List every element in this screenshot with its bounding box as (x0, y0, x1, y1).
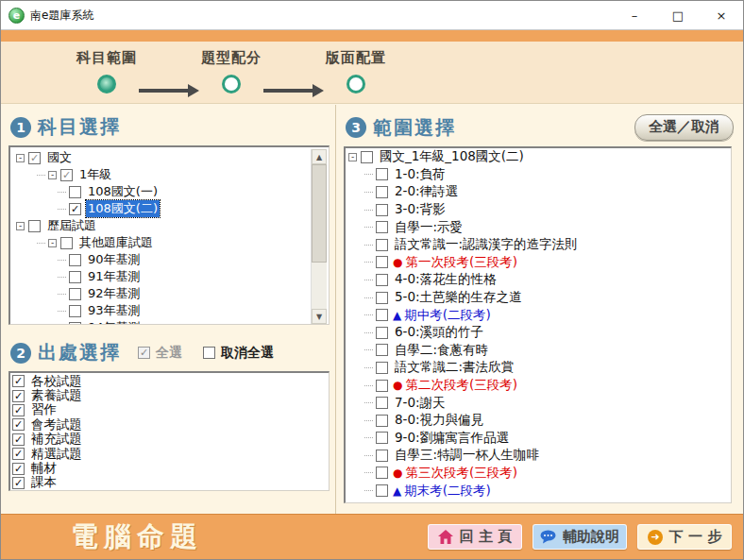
checkbox-unchecked-icon[interactable] (376, 327, 388, 339)
close-button[interactable]: × (700, 1, 743, 29)
checkbox-unchecked-icon[interactable] (376, 168, 388, 180)
checkbox-unchecked-icon[interactable] (376, 292, 388, 304)
tree-row[interactable]: -其他題庫試題 (12, 234, 311, 251)
checkbox-unchecked-icon[interactable] (376, 432, 388, 444)
checkbox-unchecked-icon[interactable] (376, 274, 388, 286)
maximize-button[interactable]: □ (656, 1, 700, 29)
tree-row[interactable]: ▲期末考(二段考) (346, 482, 731, 500)
checkbox-checked-icon[interactable]: ✓ (12, 448, 25, 460)
tree-item-label[interactable]: 自學三:特調一杯人生咖啡 (393, 447, 541, 464)
checkbox-unchecked-icon[interactable] (376, 397, 388, 409)
tree-item-label[interactable]: 93年基測 (86, 302, 143, 319)
scroll-down-icon[interactable]: ▼ (312, 309, 327, 324)
checkbox-unchecked-icon[interactable] (69, 254, 81, 266)
checkbox-checked-icon[interactable]: ✓ (12, 375, 25, 387)
tree-item-label[interactable]: 語文常識一:認識漢字的造字法則 (393, 236, 580, 253)
source-list-item[interactable]: ✓精選試題 (12, 447, 327, 461)
tree-item-label[interactable]: 自學二:食蔥有時 (393, 342, 490, 359)
checkbox-unchecked-icon[interactable] (60, 237, 73, 249)
tree-row[interactable]: 自學三:特調一杯人生咖啡 (346, 447, 731, 465)
checkbox-unchecked-icon[interactable] (361, 151, 373, 163)
source-list-item[interactable]: ✓素養試題 (12, 388, 327, 402)
checkbox-checked-icon[interactable]: ✓ (60, 169, 73, 181)
tree-item-label[interactable]: 期中考(二段考) (402, 307, 493, 324)
checkbox-unchecked-icon[interactable] (376, 186, 388, 198)
select-all-checkbox[interactable]: ✓ 全選 (138, 345, 182, 362)
minimize-button[interactable]: – (613, 1, 656, 29)
checkbox-unchecked-icon[interactable] (69, 322, 81, 325)
help-button[interactable]: 輔助說明 (533, 524, 627, 550)
tree-row[interactable]: 8-0:視力與偏見 (346, 412, 731, 430)
tree-item-label[interactable]: 2-0:律詩選 (393, 183, 460, 200)
source-list-item[interactable]: ✓會考試題 (12, 417, 327, 432)
tree-item-label[interactable]: 90年基測 (86, 251, 143, 268)
tree-row[interactable]: 2-0:律詩選 (346, 183, 731, 201)
tree-item-label[interactable]: 1年級 (77, 166, 113, 183)
collapse-icon[interactable]: - (16, 222, 25, 230)
checkbox-checked-icon[interactable]: ✓ (12, 418, 25, 431)
checkbox-unchecked-icon[interactable] (69, 186, 81, 198)
checkbox-checked-icon[interactable]: ✓ (138, 347, 150, 359)
tree-row[interactable]: ✓108國文(二) (12, 200, 311, 217)
tree-row[interactable]: 3-0:背影 (346, 201, 731, 219)
tree-row[interactable]: 4-0:落花生的性格 (346, 271, 731, 289)
select-all-toggle-button[interactable]: 全選／取消 (634, 114, 734, 141)
tree-row[interactable]: 自學一:示愛 (346, 218, 731, 236)
tree-row[interactable]: -✓國文 (12, 149, 311, 166)
tree-row[interactable]: -歷屆試題 (12, 217, 311, 234)
tree-item-label[interactable]: 91年基測 (86, 268, 143, 285)
tree-item-label[interactable]: 第二次段考(三段考) (403, 377, 519, 394)
subject-tree-scrollbar[interactable]: ▲ ▼ (311, 149, 327, 324)
checkbox-unchecked-icon[interactable] (203, 347, 215, 359)
tree-item-label[interactable]: 第三次段考(三段考) (403, 465, 519, 482)
tree-row[interactable]: ▲期中考(二段考) (346, 306, 731, 324)
tree-row[interactable]: 5-0:土芭樂的生存之道 (346, 289, 731, 307)
collapse-icon[interactable]: - (16, 154, 25, 162)
tree-row[interactable]: 7-0:謝天 (346, 394, 731, 412)
tree-row[interactable]: ●第一次段考(三段考) (346, 254, 731, 272)
checkbox-unchecked-icon[interactable] (376, 344, 388, 356)
collapse-icon[interactable]: - (48, 171, 57, 179)
tree-item-label[interactable]: 4-0:落花生的性格 (393, 271, 499, 288)
checkbox-unchecked-icon[interactable] (376, 450, 388, 462)
tree-row[interactable]: 語文常識二:書法欣賞 (346, 359, 731, 377)
deselect-all-checkbox[interactable]: 取消全選 (203, 345, 274, 362)
checkbox-unchecked-icon[interactable] (376, 380, 388, 392)
tree-item-label[interactable]: 第一次段考(三段考) (403, 254, 519, 271)
checkbox-unchecked-icon[interactable] (69, 305, 81, 317)
scroll-up-icon[interactable]: ▲ (312, 149, 327, 164)
tree-row[interactable]: 1-0:負荷 (346, 166, 731, 184)
checkbox-unchecked-icon[interactable] (69, 271, 81, 283)
tree-item-label[interactable]: 8-0:視力與偏見 (393, 412, 485, 429)
tree-row[interactable]: 6-0:溪頭的竹子 (346, 324, 731, 342)
tree-item-label[interactable]: 5-0:土芭樂的生存之道 (393, 289, 524, 306)
tree-item-label[interactable]: 9-0:劉墉寓言作品選 (393, 430, 511, 447)
tree-row[interactable]: 108國文(一) (12, 183, 311, 200)
checkbox-checked-icon[interactable]: ✓ (69, 203, 81, 215)
next-step-button[interactable]: ➜ 下 一 步 (637, 524, 732, 550)
tree-item-label[interactable]: 7-0:謝天 (393, 395, 448, 412)
tree-item-label[interactable]: 國文 (45, 149, 74, 166)
tree-row[interactable]: 語文常識一:認識漢字的造字法則 (346, 236, 731, 254)
checkbox-checked-icon[interactable]: ✓ (12, 390, 25, 402)
tree-row[interactable]: -✓1年級 (12, 166, 311, 183)
tree-row[interactable]: -國文_1年級_108國文(二) (346, 148, 731, 166)
tree-item-label[interactable]: 94年基測 (86, 319, 143, 324)
checkbox-unchecked-icon[interactable] (69, 288, 81, 300)
tree-row[interactable]: ●第三次段考(三段考) (346, 465, 731, 483)
checkbox-unchecked-icon[interactable] (28, 220, 41, 232)
source-list-item[interactable]: ✓習作 (12, 403, 327, 417)
checkbox-unchecked-icon[interactable] (376, 239, 388, 251)
tree-item-label[interactable]: 其他題庫試題 (77, 234, 155, 251)
tree-row[interactable]: 93年基測 (12, 302, 311, 319)
source-item-label[interactable]: 課本 (29, 474, 59, 491)
checkbox-checked-icon[interactable]: ✓ (12, 433, 25, 446)
checkbox-unchecked-icon[interactable] (376, 256, 388, 268)
tree-item-label[interactable]: 1-0:負荷 (393, 166, 448, 183)
tree-item-label[interactable]: 108國文(一) (86, 183, 160, 200)
home-button[interactable]: 回 主 頁 (428, 524, 522, 550)
tree-item-label[interactable]: 6-0:溪頭的竹子 (393, 324, 485, 341)
checkbox-unchecked-icon[interactable] (376, 309, 388, 321)
checkbox-unchecked-icon[interactable] (376, 467, 388, 479)
source-list-item[interactable]: ✓課本 (12, 476, 327, 490)
